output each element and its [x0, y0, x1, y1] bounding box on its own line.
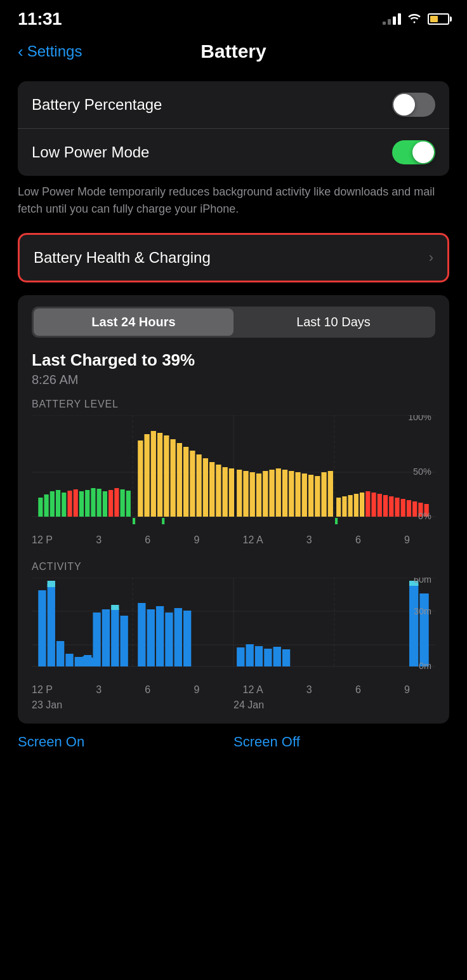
- svg-rect-68: [133, 518, 135, 524]
- x-label-3b: 3: [306, 534, 312, 546]
- svg-text:100%: 100%: [408, 415, 431, 422]
- back-label: Settings: [27, 43, 82, 60]
- svg-rect-105: [264, 649, 272, 666]
- svg-rect-38: [243, 471, 248, 517]
- battery-percentage-row[interactable]: Battery Percentage: [18, 81, 449, 129]
- svg-rect-108: [409, 584, 418, 666]
- svg-rect-25: [157, 433, 162, 517]
- toggle-knob-2: [412, 142, 434, 163]
- page-title: Battery: [201, 41, 266, 62]
- svg-rect-13: [79, 491, 84, 517]
- battery-fill: [430, 16, 438, 22]
- svg-rect-9: [56, 490, 60, 517]
- signal-icon: [383, 13, 401, 25]
- act-x-label-6b: 6: [355, 684, 361, 696]
- low-power-mode-label: Low Power Mode: [32, 143, 149, 161]
- svg-rect-15: [91, 488, 95, 517]
- svg-rect-8: [50, 491, 55, 517]
- screen-on-link[interactable]: Screen On: [18, 734, 234, 750]
- svg-rect-57: [365, 491, 370, 517]
- svg-rect-91: [111, 605, 119, 610]
- svg-rect-51: [328, 471, 333, 517]
- svg-rect-50: [321, 472, 326, 517]
- svg-rect-20: [121, 489, 125, 517]
- svg-rect-100: [174, 608, 182, 666]
- svg-rect-22: [138, 440, 143, 517]
- svg-rect-11: [67, 491, 72, 517]
- svg-rect-93: [76, 659, 81, 666]
- svg-rect-98: [156, 606, 164, 666]
- svg-rect-28: [177, 443, 182, 517]
- svg-rect-39: [250, 472, 255, 517]
- svg-rect-24: [151, 431, 156, 517]
- low-power-description: Low Power Mode temporarily reduces backg…: [0, 176, 467, 230]
- svg-rect-64: [407, 500, 411, 517]
- svg-rect-52: [336, 498, 341, 517]
- bottom-links: Screen On Screen Off: [0, 724, 467, 750]
- battery-health-row[interactable]: Battery Health & Charging ›: [18, 233, 449, 282]
- svg-rect-19: [114, 488, 119, 517]
- battery-icon: [428, 13, 449, 25]
- screen-off-link[interactable]: Screen Off: [234, 734, 449, 750]
- battery-level-chart: 100% 50% 0%: [32, 415, 435, 529]
- svg-rect-56: [360, 493, 364, 517]
- svg-rect-27: [170, 439, 175, 517]
- status-time: 11:31: [18, 9, 62, 29]
- x-label-9b: 9: [404, 534, 410, 546]
- svg-rect-14: [85, 490, 89, 517]
- svg-rect-33: [209, 462, 214, 517]
- svg-rect-12: [74, 489, 78, 517]
- settings-group: Battery Percentage Low Power Mode: [18, 81, 449, 176]
- svg-rect-35: [223, 467, 228, 517]
- svg-rect-43: [276, 468, 281, 517]
- svg-rect-94: [82, 656, 88, 666]
- svg-rect-104: [255, 646, 263, 666]
- status-bar: 11:31: [0, 0, 467, 34]
- svg-text:30m: 30m: [414, 606, 431, 616]
- svg-rect-44: [282, 470, 287, 517]
- act-x-label-3b: 3: [306, 684, 312, 696]
- low-power-mode-row[interactable]: Low Power Mode: [18, 129, 449, 176]
- svg-rect-89: [102, 609, 110, 666]
- svg-rect-37: [237, 470, 242, 517]
- svg-rect-84: [56, 641, 64, 666]
- date-left: 23 Jan: [32, 699, 234, 711]
- x-label-6b: 6: [355, 534, 361, 546]
- status-icons: [383, 12, 449, 27]
- svg-rect-97: [147, 609, 155, 666]
- svg-rect-40: [256, 473, 261, 517]
- act-x-label-6: 6: [145, 684, 150, 696]
- low-power-mode-toggle[interactable]: [392, 140, 435, 164]
- battery-percentage-toggle[interactable]: [392, 93, 435, 117]
- back-button[interactable]: ‹ Settings: [18, 42, 82, 62]
- svg-rect-6: [38, 498, 43, 517]
- x-label-9: 9: [194, 534, 199, 546]
- svg-rect-106: [273, 647, 281, 666]
- activity-x-labels: 12 P 3 6 9 12 A 3 6 9: [32, 684, 435, 696]
- battery-level-label: BATTERY LEVEL: [32, 399, 435, 410]
- svg-rect-21: [126, 491, 131, 517]
- x-label-12p: 12 P: [32, 534, 53, 546]
- last-10-days-tab[interactable]: Last 10 Days: [234, 308, 433, 336]
- svg-rect-92: [121, 616, 128, 666]
- x-label-6: 6: [145, 534, 150, 546]
- svg-rect-63: [401, 499, 405, 517]
- last-24-hours-tab[interactable]: Last 24 Hours: [34, 308, 234, 336]
- activity-chart-container: 60m 30m 0m 12 P 3 6 9 12 A 3 6 9 23 Jan …: [32, 578, 435, 711]
- svg-rect-32: [203, 458, 208, 517]
- svg-rect-70: [335, 518, 338, 524]
- svg-rect-81: [38, 590, 46, 666]
- svg-text:60m: 60m: [414, 578, 431, 585]
- svg-rect-31: [197, 454, 202, 517]
- svg-text:0%: 0%: [418, 511, 431, 521]
- settings-section: Battery Percentage Low Power Mode: [18, 81, 449, 176]
- act-x-label-12p: 12 P: [32, 684, 53, 696]
- time-range-control[interactable]: Last 24 Hours Last 10 Days: [32, 307, 435, 338]
- svg-rect-45: [289, 471, 294, 517]
- last-charged-title: Last Charged to 39%: [32, 350, 435, 370]
- svg-rect-42: [269, 470, 274, 517]
- svg-rect-60: [383, 495, 388, 517]
- nav-header: ‹ Settings Battery: [0, 34, 467, 75]
- battery-percentage-label: Battery Percentage: [32, 96, 162, 114]
- svg-rect-23: [144, 434, 149, 517]
